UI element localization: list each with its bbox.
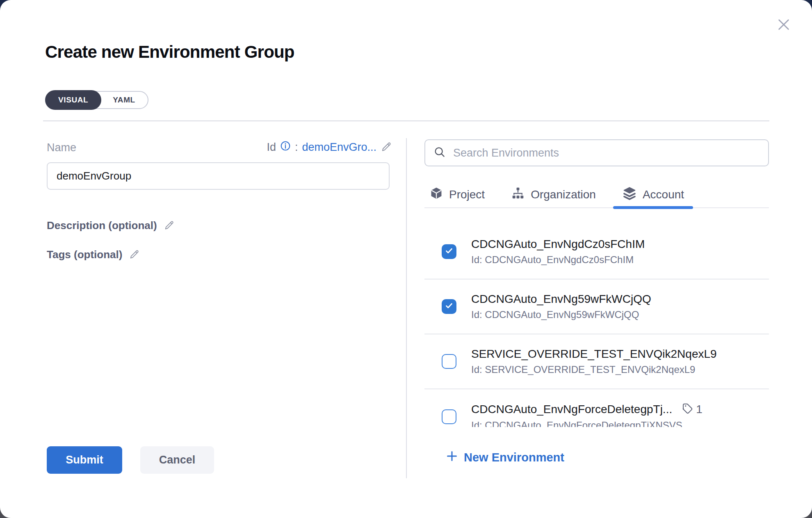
new-environment-button[interactable]: New Environment xyxy=(446,450,564,465)
environment-row[interactable]: CDCNGAuto_EnvNgdCz0sFChIM Id: CDCNGAuto_… xyxy=(424,225,769,279)
create-environment-group-modal: Create new Environment Group VISUAL YAML… xyxy=(0,0,812,518)
visual-yaml-toggle: VISUAL YAML xyxy=(45,91,148,109)
description-row: Description (optional) xyxy=(47,219,175,232)
tag-icon xyxy=(681,402,693,416)
environment-id: Id: CDCNGAuto_EnvNg59wFkWCjQQ xyxy=(471,309,651,320)
edit-pencil-icon xyxy=(164,220,175,232)
info-icon[interactable] xyxy=(280,141,291,154)
tags-row: Tags (optional) xyxy=(47,248,140,261)
tab-project[interactable]: Project xyxy=(429,182,485,207)
layers-icon xyxy=(622,186,637,204)
search-box xyxy=(424,139,769,166)
close-button[interactable] xyxy=(774,16,793,34)
edit-pencil-icon xyxy=(129,249,140,261)
environments-panel: Project Organization Account xyxy=(424,139,769,465)
plus-icon xyxy=(446,450,458,465)
environment-text: CDCNGAuto_EnvNg59wFkWCjQQ Id: CDCNGAuto_… xyxy=(471,293,651,320)
tab-project-label: Project xyxy=(449,188,485,201)
edit-pencil-icon xyxy=(381,141,392,154)
tag-count: 1 xyxy=(696,403,703,416)
tab-account[interactable]: Account xyxy=(622,182,684,207)
environment-id: Id: CDCNGAuto_EnvNgForceDeletegpTjXNSVS xyxy=(471,420,703,427)
name-input[interactable] xyxy=(47,162,390,190)
environment-row[interactable]: CDCNGAuto_EnvNgForceDeletegpTj... 1 Id: … xyxy=(424,389,769,427)
edit-tags-button[interactable] xyxy=(129,249,140,261)
environment-checkbox[interactable] xyxy=(442,354,456,369)
checkmark-icon xyxy=(444,246,454,257)
environment-text: CDCNGAuto_EnvNgdCz0sFChIM Id: CDCNGAuto_… xyxy=(471,238,645,266)
toggle-yaml[interactable]: YAML xyxy=(100,91,147,109)
cube-icon xyxy=(429,186,443,203)
panel-divider xyxy=(406,138,407,478)
search-icon xyxy=(433,146,446,160)
edit-description-button[interactable] xyxy=(164,220,175,232)
cancel-button[interactable]: Cancel xyxy=(140,446,214,474)
name-label: Name xyxy=(47,141,76,154)
environment-checkbox[interactable] xyxy=(442,409,456,424)
environment-name: CDCNGAuto_EnvNgForceDeletegpTj... xyxy=(471,403,672,416)
tab-organization-label: Organization xyxy=(531,188,596,201)
environment-text: CDCNGAuto_EnvNgForceDeletegpTj... 1 Id: … xyxy=(471,402,703,427)
environment-checkbox[interactable] xyxy=(442,299,456,314)
environment-id: Id: SERVICE_OVERRIDE_TEST_ENVQik2NqexL9 xyxy=(471,364,717,375)
scope-tabs: Project Organization Account xyxy=(424,182,769,208)
page-title: Create new Environment Group xyxy=(45,42,294,62)
search-input[interactable] xyxy=(453,147,760,159)
close-icon xyxy=(776,16,792,34)
id-value[interactable]: demoEnvGro... xyxy=(302,141,376,154)
environment-list: CDCNGAuto_EnvNgdCz0sFChIM Id: CDCNGAuto_… xyxy=(424,208,769,427)
environment-text: SERVICE_OVERRIDE_TEST_ENVQik2NqexL9 Id: … xyxy=(471,348,717,375)
toggle-visual[interactable]: VISUAL xyxy=(45,90,101,110)
checkmark-icon xyxy=(444,301,454,312)
tab-account-label: Account xyxy=(643,188,684,201)
environment-row[interactable]: SERVICE_OVERRIDE_TEST_ENVQik2NqexL9 Id: … xyxy=(424,334,769,389)
edit-id-button[interactable] xyxy=(381,141,392,154)
environment-name: CDCNGAuto_EnvNgdCz0sFChIM xyxy=(471,238,645,251)
environment-checkbox[interactable] xyxy=(442,244,456,259)
description-label: Description (optional) xyxy=(47,219,157,232)
tab-organization[interactable]: Organization xyxy=(511,182,596,207)
submit-button[interactable]: Submit xyxy=(47,446,122,474)
tags-label: Tags (optional) xyxy=(47,248,122,261)
id-label: Id xyxy=(267,141,276,154)
new-environment-label: New Environment xyxy=(464,451,564,464)
header-divider xyxy=(43,120,769,121)
org-chart-icon xyxy=(511,186,525,203)
environment-name: SERVICE_OVERRIDE_TEST_ENVQik2NqexL9 xyxy=(471,348,717,361)
id-row: Id : demoEnvGro... xyxy=(230,141,392,154)
tag-badge: 1 xyxy=(681,402,703,416)
id-colon: : xyxy=(295,141,298,154)
environment-id: Id: CDCNGAuto_EnvNgdCz0sFChIM xyxy=(471,254,645,266)
environment-row[interactable]: CDCNGAuto_EnvNg59wFkWCjQQ Id: CDCNGAuto_… xyxy=(424,279,769,334)
screen-backdrop: Create new Environment Group VISUAL YAML… xyxy=(0,0,812,518)
environment-name: CDCNGAuto_EnvNg59wFkWCjQQ xyxy=(471,293,651,306)
